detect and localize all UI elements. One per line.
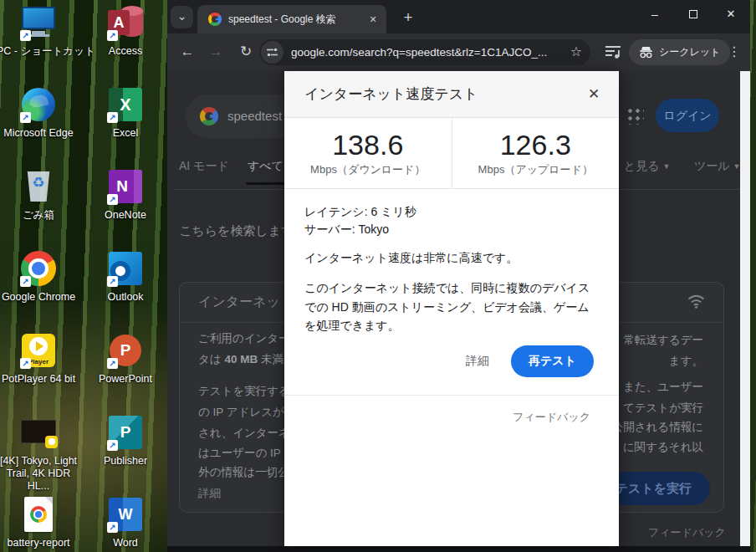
desktop-icon-onenote[interactable]: N↗ OneNote xyxy=(84,167,167,222)
maximize-icon xyxy=(689,10,697,18)
search-hint-text: こちらを検索します xyxy=(179,223,294,239)
page-scrollbar[interactable] xyxy=(740,71,750,546)
outlook-icon: ↗ xyxy=(106,249,145,288)
desktop-icon-chrome[interactable]: ↗ Google Chrome xyxy=(0,249,80,304)
search-tune-icon[interactable] xyxy=(261,41,284,64)
media-controls-icon[interactable] xyxy=(604,43,624,63)
page-feedback-link[interactable]: フィードバック xyxy=(648,525,726,540)
tab-search-button[interactable]: ⌄ xyxy=(171,6,193,28)
search-query-text: speedtest xyxy=(227,95,282,138)
card-text: され、インターネ xyxy=(198,426,290,441)
tab-close-button[interactable]: ✕ xyxy=(366,13,380,26)
card-text: に関するそれ以 xyxy=(623,440,703,455)
incognito-icon xyxy=(639,46,653,59)
card-text: はユーザーの IP xyxy=(198,446,281,461)
latency-text: レイテンシ: 6 ミリ秒 xyxy=(304,203,599,221)
shortcut-arrow-icon: ↗ xyxy=(20,276,31,287)
incognito-badge[interactable]: シークレット xyxy=(629,39,730,65)
shortcut-arrow-icon: ↗ xyxy=(107,358,118,369)
desktop-icon-label: Excel xyxy=(84,127,167,140)
shortcut-arrow-icon: ↗ xyxy=(20,30,31,41)
tab-ai-mode[interactable]: AI モード xyxy=(179,159,229,174)
desktop-icon-word[interactable]: W↗ Word xyxy=(84,495,167,549)
reload-button[interactable]: ↻ xyxy=(232,38,259,65)
excel-icon: X↗ xyxy=(106,85,145,124)
dialog-close-button[interactable]: ✕ xyxy=(582,83,605,106)
dialog-feedback-link[interactable]: フィードバック xyxy=(513,410,590,425)
tab-strip: ⌄ speedtest - Google 検索 ✕ + – ✕ xyxy=(167,0,750,33)
card-text: 公開される情報に xyxy=(612,420,703,435)
desktop-icon-label: ごみ箱 xyxy=(0,209,80,222)
divider xyxy=(284,395,619,396)
google-apps-grid-icon[interactable] xyxy=(626,106,644,125)
desktop-icon-powerpoint[interactable]: P↗ PowerPoint xyxy=(84,331,167,386)
video-file-icon xyxy=(19,413,58,452)
card-text: 外の情報は一切公 xyxy=(198,465,289,480)
browser-tab[interactable]: speedtest - Google 検索 ✕ xyxy=(197,5,386,33)
desktop-icon-excel[interactable]: X↗ Excel xyxy=(84,85,167,140)
caret-down-icon: ▼ xyxy=(663,162,671,171)
shortcut-arrow-icon: ↗ xyxy=(20,112,31,123)
card-detail-link[interactable]: 詳細 xyxy=(198,486,221,501)
desktop-icon-label: OneNote xyxy=(84,209,167,222)
window-close-button[interactable]: ✕ xyxy=(712,0,750,28)
speed-metrics: 138.6 Mbps（ダウンロード） 126.3 Mbps（アップロード） xyxy=(284,118,619,189)
word-icon: W↗ xyxy=(106,495,145,534)
dialog-footer: 詳細 再テスト xyxy=(466,345,594,378)
tools-dropdown[interactable]: ツール ▼ xyxy=(694,159,740,174)
back-button[interactable]: ← xyxy=(174,38,201,65)
desktop-icon-video-file[interactable]: [4K] Tokyo, LightTrail, 4K HDR HL... xyxy=(0,413,80,493)
card-text: タは 40 MB 未満 xyxy=(198,352,284,367)
desktop-icon-pc[interactable]: ↗ PC - ショートカット xyxy=(0,3,80,58)
desktop-icon-recycle-bin[interactable]: ♻ ごみ箱 xyxy=(0,167,80,222)
new-tab-button[interactable]: + xyxy=(398,8,418,28)
address-bar[interactable]: google.com/search?q=speedtest&rlz=1C1AJC… xyxy=(259,39,590,65)
maximize-button[interactable] xyxy=(674,0,713,28)
onenote-icon: N↗ xyxy=(106,167,145,206)
recycle-bin-icon: ♻ xyxy=(19,167,58,206)
card-text: 常転送するデー xyxy=(624,333,703,348)
browser-menu-button[interactable]: ⋮ xyxy=(724,38,744,65)
dialog-body: レイテンシ: 6 ミリ秒 サーバー: Tokyo インターネット速度は非常に高速… xyxy=(304,203,599,335)
minimize-button[interactable]: – xyxy=(636,0,674,28)
desktop-icon-label: [4K] Tokyo, LightTrail, 4K HDR HL... xyxy=(0,455,80,493)
server-text: サーバー: Tokyo xyxy=(304,221,599,238)
dialog-header: インターネット速度テスト ✕ xyxy=(284,71,619,118)
desktop-icon-access[interactable]: A↗ Access xyxy=(84,3,167,58)
desktop-icon-label: Outlook xyxy=(84,291,167,304)
window-bottom-edge xyxy=(167,546,750,552)
upload-unit: Mbps（アップロード） xyxy=(478,162,593,177)
card-text: ます。 xyxy=(669,354,703,369)
bookmark-star-icon[interactable]: ☆ xyxy=(570,39,582,65)
shortcut-arrow-icon: ↗ xyxy=(107,112,118,123)
google-favicon xyxy=(208,13,222,26)
tab-all[interactable]: すべて xyxy=(248,159,284,174)
desktop-icon-battery-report[interactable]: battery-report xyxy=(0,495,80,549)
browser-toolbar: ← → ↻ google.com/search?q=speedtest&rlz=… xyxy=(167,33,750,71)
forward-button[interactable]: → xyxy=(202,38,229,65)
desktop-icon-edge[interactable]: ↗ Microsoft Edge xyxy=(0,85,80,140)
retest-button[interactable]: 再テスト xyxy=(511,345,594,377)
desktop-icon-publisher[interactable]: P↗ Publisher xyxy=(84,413,167,468)
incognito-label: シークレット xyxy=(659,45,720,59)
desktop-icon-potplayer[interactable]: Player↗ PotPlayer 64 bit xyxy=(0,331,80,386)
verdict-text: インターネット速度は非常に高速です。 xyxy=(304,249,599,267)
edge-icon: ↗ xyxy=(19,85,58,124)
pc-icon: ↗ xyxy=(19,3,58,42)
player-badge-icon xyxy=(45,436,58,448)
login-button[interactable]: ログイン xyxy=(656,99,719,132)
desktop-icon-label: Google Chrome xyxy=(0,291,80,304)
detail-link[interactable]: 詳細 xyxy=(466,354,489,369)
desktop-icon-label: battery-report xyxy=(0,537,80,549)
more-dropdown[interactable]: と見る ▼ xyxy=(624,159,670,174)
shortcut-arrow-icon: ↗ xyxy=(107,30,118,41)
desktop-icon-outlook[interactable]: ↗ Outlook xyxy=(84,249,167,304)
html-file-icon xyxy=(19,495,58,534)
desktop-icon-label: Access xyxy=(84,45,167,58)
potplayer-icon: Player↗ xyxy=(19,331,58,370)
card-text: ご利用のインター xyxy=(198,331,290,346)
card-text: テストを実行する xyxy=(198,384,290,399)
desktop-icon-label: PC - ショートカット xyxy=(0,45,80,58)
upload-value: 126.3 xyxy=(500,129,571,161)
desktop-icon-label: PowerPoint xyxy=(84,373,167,386)
